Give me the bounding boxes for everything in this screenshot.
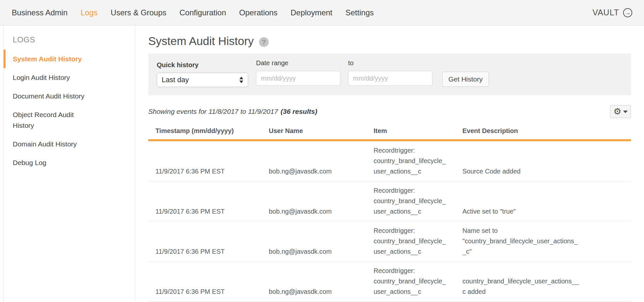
page-title: System Audit History — [148, 35, 254, 48]
sidebar-title: LOGS — [13, 35, 135, 44]
table-row: 11/9/2017 6:36 PM ESTbob.ng@javasdk.comR… — [148, 262, 631, 302]
top-navigation: Business AdminLogsUsers & GroupsConfigur… — [0, 0, 644, 25]
nav-tab-logs[interactable]: Logs — [81, 8, 98, 17]
nav-tab-deployment[interactable]: Deployment — [291, 8, 332, 17]
table-row: 11/9/2017 6:36 PM ESTbob.ng@javasdk.comR… — [148, 181, 631, 221]
item-cell: Recordtrigger: country_brand_lifecycle_ … — [366, 221, 455, 262]
nav-tab-configuration[interactable]: Configuration — [180, 8, 226, 17]
nav-tab-users-groups[interactable]: Users & Groups — [111, 8, 167, 17]
nav-tab-settings[interactable]: Settings — [346, 8, 374, 17]
column-header-event-description: Event Description — [455, 123, 631, 140]
table-row: 11/9/2017 6:36 PM ESTbob.ng@javasdk.comR… — [148, 140, 631, 181]
date-to-group: to — [348, 59, 432, 89]
timestamp-cell: 11/9/2017 6:36 PM EST — [148, 221, 262, 262]
column-header-item: Item — [366, 123, 455, 140]
table-body: 11/9/2017 6:36 PM ESTbob.ng@javasdk.comR… — [148, 140, 631, 302]
table-row: 11/9/2017 6:36 PM ESTbob.ng@javasdk.comR… — [148, 221, 631, 262]
quick-history-value: Last day — [162, 76, 239, 84]
column-header-timestamp-mm-dd-yyyy-: Timestamp (mm/dd/yyyy) — [148, 123, 262, 140]
table-options-button[interactable]: ⚙ — [610, 105, 631, 118]
event-description-cell: Source Code added — [455, 140, 631, 181]
chevron-down-icon — [623, 111, 628, 113]
quick-history-label: Quick history — [157, 61, 248, 69]
results-summary-row: Showing events for 11/8/2017 to 11/9/201… — [148, 105, 631, 118]
user-name-cell: bob.ng@javasdk.com — [262, 140, 366, 181]
date-from-group: Date range — [256, 59, 340, 89]
user-name-cell: bob.ng@javasdk.com — [262, 181, 366, 221]
date-from-input[interactable] — [256, 71, 340, 86]
sidebar-item-system-audit-history[interactable]: System Audit History — [4, 50, 97, 68]
content-area: LOGS System Audit HistoryLogin Audit His… — [0, 25, 644, 302]
timestamp-cell: 11/9/2017 6:36 PM EST — [148, 181, 262, 221]
circled-right-arrow-icon: → — [623, 8, 632, 17]
get-history-button[interactable]: Get History — [442, 72, 489, 87]
nav-tabs: Business AdminLogsUsers & GroupsConfigur… — [12, 8, 374, 17]
help-icon[interactable]: ? — [259, 37, 269, 47]
item-cell: Recordtrigger: country_brand_lifecycle_ … — [366, 140, 455, 181]
item-cell: Recordtrigger: country_brand_lifecycle_ … — [366, 181, 455, 221]
sidebar-item-login-audit-history[interactable]: Login Audit History — [4, 68, 97, 87]
nav-tab-business-admin[interactable]: Business Admin — [12, 8, 68, 17]
quick-history-group: Quick history Last day — [157, 59, 248, 89]
sidebar-item-debug-log[interactable]: Debug Log — [4, 153, 97, 172]
select-stepper-icon — [239, 77, 243, 83]
event-description-cell: Name set to "country_brand_lifecycle_use… — [455, 221, 631, 262]
user-name-cell: bob.ng@javasdk.com — [262, 262, 366, 302]
vault-button[interactable]: VAULT → — [592, 8, 632, 17]
vault-label: VAULT — [592, 8, 619, 17]
main-panel: System Audit History ? Quick history Las… — [135, 25, 644, 302]
gear-icon: ⚙ — [613, 107, 621, 116]
event-description-cell: country_brand_lifecycle_user_actions__ c… — [455, 262, 631, 302]
item-cell: Recordtrigger: country_brand_lifecycle_ … — [366, 262, 455, 302]
filter-panel: Quick history Last day Date range to Get… — [148, 53, 631, 95]
nav-tab-operations[interactable]: Operations — [239, 8, 277, 17]
audit-history-table: Timestamp (mm/dd/yyyy)User NameItemEvent… — [148, 123, 631, 302]
event-description-cell: Active set to "true" — [455, 181, 631, 221]
sidebar-menu: System Audit HistoryLogin Audit HistoryD… — [4, 50, 135, 172]
sidebar-item-document-audit-history[interactable]: Document Audit History — [4, 87, 97, 105]
results-count: (36 results) — [281, 108, 317, 115]
quick-history-select[interactable]: Last day — [157, 73, 248, 87]
sidebar-item-object-record-audit-history[interactable]: Object Record Audit History — [4, 105, 97, 135]
timestamp-cell: 11/9/2017 6:36 PM EST — [148, 262, 262, 302]
results-summary-text: Showing events for 11/8/2017 to 11/9/201… — [148, 108, 278, 115]
page-title-row: System Audit History ? — [148, 35, 631, 48]
logs-sidebar: LOGS System Audit HistoryLogin Audit His… — [3, 25, 135, 302]
timestamp-cell: 11/9/2017 6:36 PM EST — [148, 140, 262, 181]
table-header-row: Timestamp (mm/dd/yyyy)User NameItemEvent… — [148, 123, 631, 140]
date-to-input[interactable] — [348, 71, 432, 86]
column-header-user-name: User Name — [262, 123, 366, 140]
to-label: to — [348, 59, 432, 67]
date-range-label: Date range — [256, 59, 340, 67]
sidebar-item-domain-audit-history[interactable]: Domain Audit History — [4, 135, 97, 153]
user-name-cell: bob.ng@javasdk.com — [262, 221, 366, 262]
